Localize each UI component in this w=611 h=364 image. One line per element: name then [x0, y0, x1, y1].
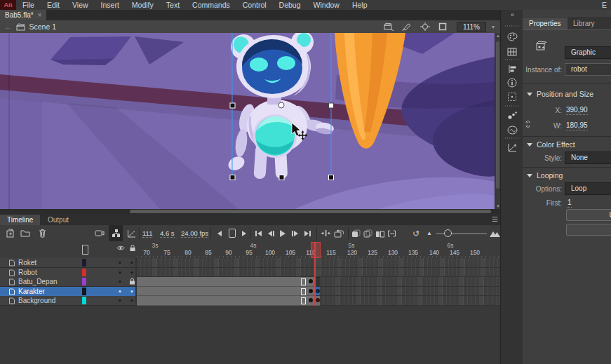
zoom-out-frames-icon[interactable]: ▲ [425, 225, 434, 241]
menu-text[interactable]: Text [160, 0, 186, 10]
layer-frames-karakter[interactable] [137, 287, 500, 297]
playhead-marker[interactable] [311, 242, 321, 258]
symbol-type-dropdown[interactable]: Graphic [565, 46, 611, 59]
stage-horizontal-scrollbar[interactable] [0, 209, 500, 215]
play-icon[interactable] [278, 225, 288, 241]
layer-outline-color[interactable] [82, 297, 86, 304]
section-position-and-size[interactable]: Position and Size [527, 90, 593, 98]
layer-row-batu-depan[interactable]: Batu_Depan • [0, 277, 500, 287]
zoom-dropdown-chevron-icon[interactable]: ▾ [492, 24, 495, 30]
align-panel-icon[interactable] [506, 63, 518, 74]
layer-name-cell[interactable]: Batu_Depan • [0, 277, 135, 287]
loop-range-frame-icon[interactable] [227, 225, 237, 241]
selection-handle-bottom-left[interactable] [230, 175, 235, 180]
show-graph-editor-icon[interactable] [125, 225, 137, 241]
transformation-point[interactable] [278, 102, 284, 108]
tab-properties[interactable]: Properties [523, 18, 568, 29]
lock-column-header-icon[interactable] [129, 244, 136, 252]
menu-debug[interactable]: Debug [273, 0, 307, 10]
frame-rate-readout[interactable]: 24.00 fps [181, 225, 208, 241]
layer-visibility-toggle[interactable]: • [119, 277, 121, 286]
center-stage-icon[interactable] [420, 22, 430, 31]
cc-libraries-panel-icon[interactable] [506, 124, 518, 135]
layer-lock-toggle[interactable]: • [130, 296, 133, 305]
layer-name-cell-selected[interactable]: Karakter • • [0, 287, 135, 297]
selection-handle-bottom-right[interactable] [329, 175, 334, 180]
layer-outline-color[interactable] [82, 288, 86, 295]
close-document-icon[interactable]: × [38, 11, 42, 19]
vertical-scroll-thumb[interactable] [496, 41, 499, 189]
layer-outline-color[interactable] [82, 278, 86, 285]
menu-insert[interactable]: Insert [95, 0, 126, 10]
layer-row-karakter[interactable]: Karakter • • [0, 287, 500, 297]
menu-view[interactable]: View [66, 0, 95, 10]
layer-frames-roket[interactable] [137, 258, 500, 269]
current-frame-readout[interactable]: 111 [142, 225, 152, 241]
w-value[interactable]: 180,95 [566, 121, 588, 130]
loop-options-dropdown[interactable]: Loop [565, 182, 611, 195]
panel-menu-icon[interactable]: ☰ [492, 215, 498, 223]
swatches-panel-icon[interactable] [506, 46, 518, 58]
zoom-level-input[interactable]: 111% [457, 22, 486, 32]
history-graph-panel-icon[interactable] [506, 142, 518, 153]
go-to-first-frame-icon[interactable] [253, 225, 264, 241]
animate-logo[interactable]: An [0, 0, 16, 10]
info-panel-icon[interactable] [506, 77, 518, 88]
menu-file[interactable]: File [16, 0, 41, 10]
menu-edit[interactable]: Edit [41, 0, 66, 10]
scene-name[interactable]: Scene 1 [29, 22, 57, 31]
menu-commands[interactable]: Commands [186, 0, 236, 10]
tab-output[interactable]: Output [41, 215, 76, 225]
selection-handle-left[interactable] [230, 103, 235, 108]
layer-name-cell[interactable]: Background • • [0, 296, 135, 306]
selection-handle-bottom-center[interactable] [279, 175, 284, 180]
section-color-effect[interactable]: Color Effect [527, 140, 575, 149]
edit-multiple-frames-icon[interactable] [375, 225, 385, 241]
layer-lock-toggle[interactable]: • [130, 287, 133, 296]
layer-name-cell[interactable]: Roket • • [0, 258, 135, 268]
loop-playback-icon[interactable] [333, 225, 345, 241]
go-to-last-frame-icon[interactable] [302, 225, 313, 241]
eye-column-header-icon[interactable] [116, 245, 125, 251]
zoom-in-frames-icon[interactable] [489, 225, 500, 241]
selected-frame-cell[interactable] [315, 287, 320, 296]
selection-handle-right[interactable] [329, 103, 334, 108]
layer-visibility-toggle[interactable]: • [119, 268, 121, 277]
layer-lock-toggle[interactable]: • [130, 258, 133, 267]
layer-frames-background[interactable] [137, 296, 500, 306]
center-playhead-icon[interactable] [320, 225, 331, 241]
layer-row-background[interactable]: Background • • [0, 296, 500, 306]
stage-canvas[interactable] [0, 33, 495, 209]
delete-layer-trash-icon[interactable] [36, 225, 48, 241]
section-looping[interactable]: Looping [527, 171, 563, 180]
menu-modify[interactable]: Modify [126, 0, 160, 10]
color-panel-icon[interactable] [506, 31, 518, 42]
style-dropdown[interactable]: None [565, 151, 611, 164]
menu-help[interactable]: Help [346, 0, 374, 10]
menu-window[interactable]: Window [307, 0, 346, 10]
step-back-icon[interactable] [215, 225, 224, 241]
tab-timeline[interactable]: Timeline [0, 215, 40, 225]
playhead-line[interactable] [314, 242, 316, 306]
brush-library-panel-icon[interactable] [506, 109, 518, 121]
layer-name-cell[interactable]: Robot • • [0, 268, 135, 278]
clip-content-icon[interactable] [438, 22, 447, 31]
show-parenting-view-icon[interactable] [109, 225, 123, 241]
first-frame-value[interactable]: 1 [568, 198, 572, 208]
lip-syncing-button[interactable]: Lip S [566, 224, 611, 236]
instance-name-field[interactable]: robot [565, 63, 611, 76]
back-arrow-icon[interactable]: ← [4, 22, 12, 31]
step-forward-one-frame-icon[interactable] [289, 225, 300, 241]
layer-visibility-toggle[interactable]: • [119, 287, 121, 296]
layer-outline-color[interactable] [82, 259, 86, 267]
menu-control[interactable]: Control [236, 0, 273, 10]
layer-lock-toggle[interactable]: • [130, 268, 133, 277]
timeline-ruler[interactable]: 3s 4s 5s 6s 70 75 80 85 90 95 100 105 11… [0, 241, 500, 259]
layer-frames-robot[interactable] [137, 268, 500, 278]
new-folder-icon[interactable] [20, 225, 31, 241]
new-layer-icon[interactable] [4, 225, 15, 241]
workspace-button[interactable]: E [602, 0, 607, 10]
step-back-one-frame-icon[interactable] [265, 225, 276, 241]
tab-library[interactable]: Library [567, 18, 601, 29]
layer-row-robot[interactable]: Robot • • [0, 268, 500, 278]
